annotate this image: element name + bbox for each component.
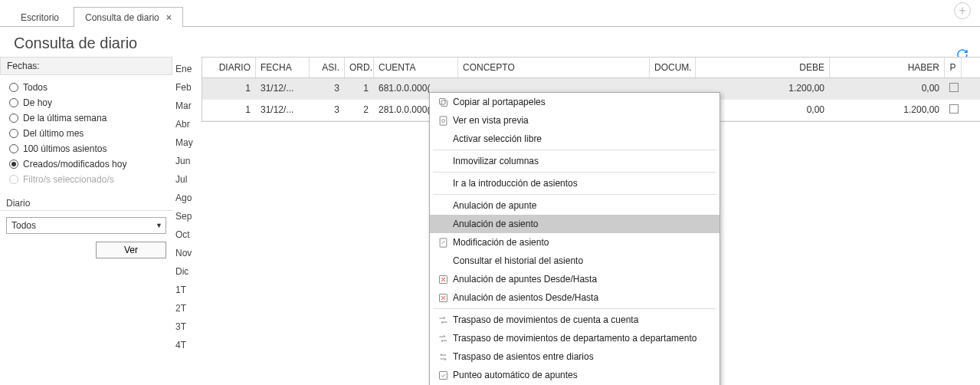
- diario-heading: Diario: [0, 195, 172, 211]
- menu-item-label: Traspaso de movimientos de cuenta a cuen…: [453, 314, 712, 325]
- month-filter[interactable]: Nov: [172, 244, 202, 262]
- svg-rect-1: [439, 98, 445, 104]
- context-menu-item[interactable]: Anulación de apunte: [430, 196, 719, 215]
- menu-separator: [433, 308, 716, 309]
- cell: 1: [345, 78, 374, 99]
- svg-point-3: [441, 119, 444, 122]
- fechas-heading: Fechas:: [0, 57, 172, 75]
- fechas-option[interactable]: Del último mes: [9, 126, 166, 141]
- menu-item-label: Consultar el historial del asiento: [453, 255, 712, 266]
- context-menu-item[interactable]: Anulación de asientos Desde/Hasta: [430, 288, 719, 307]
- month-filter[interactable]: Ago: [172, 189, 202, 207]
- cell: 3: [310, 100, 345, 120]
- month-filter[interactable]: Mar: [172, 97, 202, 115]
- col-debe[interactable]: DEBE: [696, 58, 830, 77]
- radio-label: Todos: [23, 82, 48, 93]
- context-menu-item[interactable]: Ir a la introducción de asientos: [430, 174, 719, 192]
- menu-item-label: Traspaso de movimientos de departamento …: [453, 333, 712, 344]
- copy-icon: [433, 97, 453, 108]
- cell-checkbox[interactable]: [945, 100, 962, 120]
- radio-label: 100 últimos asientos: [23, 143, 107, 154]
- menu-item-label: Copiar al portapapeles: [453, 97, 712, 107]
- checkbox-icon: [949, 83, 959, 92]
- cell: 2: [345, 100, 374, 120]
- month-filter[interactable]: Dic: [172, 262, 202, 281]
- month-filter[interactable]: Jun: [172, 152, 202, 170]
- check-icon: [433, 370, 453, 381]
- cell: 1: [202, 100, 256, 120]
- month-filter[interactable]: 1T: [172, 281, 202, 299]
- svg-rect-2: [440, 116, 447, 124]
- month-filter[interactable]: Abr: [172, 115, 202, 133]
- filter-panel: Fechas: TodosDe hoyDe la última semanaDe…: [0, 57, 172, 354]
- context-menu-item[interactable]: Modificación de asiento: [430, 233, 719, 252]
- menu-item-label: Traspaso de asientos entre diarios: [453, 351, 712, 362]
- context-menu-item[interactable]: Traspaso de movimientos de cuenta a cuen…: [430, 311, 719, 329]
- context-menu-item[interactable]: Anulación de asiento: [430, 215, 719, 233]
- menu-item-label: Anulación de asiento: [453, 219, 712, 229]
- month-filter[interactable]: May: [172, 133, 202, 152]
- close-icon[interactable]: ×: [166, 12, 172, 23]
- context-menu-item[interactable]: Copiar al portapapeles: [430, 93, 719, 111]
- fechas-option[interactable]: Todos: [9, 80, 166, 95]
- col-diario[interactable]: DIARIO: [202, 58, 256, 77]
- add-button[interactable]: +: [954, 2, 971, 19]
- month-filter[interactable]: Oct: [172, 225, 202, 244]
- month-filter[interactable]: Ene: [172, 60, 202, 78]
- fechas-option: Filtro/s seleccionado/s: [9, 172, 166, 187]
- cell-checkbox[interactable]: [945, 78, 962, 99]
- radio-label: Filtro/s seleccionado/s: [23, 174, 114, 185]
- tab-escritorio[interactable]: Escritorio: [9, 7, 70, 27]
- diario-combo[interactable]: Todos ▼: [6, 217, 166, 234]
- edit-icon: [433, 237, 453, 248]
- context-menu-item[interactable]: Inmovilizar columnas: [430, 152, 719, 170]
- context-menu-item[interactable]: Punteo automático de apuntes: [430, 366, 719, 384]
- menu-separator: [433, 194, 716, 195]
- month-filter[interactable]: 2T: [172, 299, 202, 318]
- col-asi[interactable]: ASI.: [310, 58, 345, 77]
- fechas-option[interactable]: 100 últimos asientos: [9, 141, 166, 156]
- menu-item-label: Anulación de asientos Desde/Hasta: [453, 292, 712, 303]
- diario-selected: Todos: [11, 220, 36, 231]
- ver-button[interactable]: Ver: [96, 242, 166, 258]
- fechas-option[interactable]: De hoy: [9, 95, 166, 110]
- col-ord[interactable]: ORD.: [345, 58, 374, 77]
- fechas-option[interactable]: Creados/modificados hoy: [9, 156, 166, 172]
- menu-item-label: Anulación de apunte: [453, 200, 712, 211]
- context-menu-item[interactable]: Traspaso de asientos entre diarios: [430, 347, 719, 366]
- col-cuenta[interactable]: CUENTA: [374, 58, 458, 77]
- context-menu-item[interactable]: Ver en vista previa: [430, 111, 719, 130]
- radio-icon: [9, 114, 18, 123]
- tab-consulta-diario[interactable]: Consulta de diario ×: [74, 7, 183, 27]
- menu-item-label: Anulación de apuntes Desde/Hasta: [453, 274, 712, 285]
- fechas-option[interactable]: De la última semana: [9, 110, 166, 126]
- context-menu-item[interactable]: Anulación de apuntes Desde/Hasta: [430, 270, 719, 288]
- fechas-radio-group: TodosDe hoyDe la última semanaDel último…: [0, 80, 172, 193]
- radio-label: Creados/modificados hoy: [23, 159, 126, 169]
- cell: 31/12/...: [256, 100, 310, 120]
- context-menu-item[interactable]: Traspaso de movimientos de departamento …: [430, 329, 719, 347]
- svg-rect-7: [439, 371, 447, 379]
- radio-icon: [9, 144, 18, 153]
- col-p[interactable]: P: [945, 58, 962, 77]
- menu-item-label: Ver en vista previa: [453, 115, 712, 126]
- month-filter[interactable]: Sep: [172, 207, 202, 225]
- menu-separator: [433, 150, 716, 150]
- tab-label: Escritorio: [21, 12, 59, 23]
- radio-label: De la última semana: [23, 113, 107, 123]
- tab-label: Consulta de diario: [85, 12, 159, 23]
- menu-item-label: Punteo automático de apuntes: [453, 370, 712, 380]
- month-filter[interactable]: 4T: [172, 336, 202, 354]
- month-filter[interactable]: Jul: [172, 170, 202, 189]
- radio-icon: [9, 175, 18, 184]
- col-fecha[interactable]: FECHA: [256, 58, 310, 77]
- context-menu-item[interactable]: Consultar el historial del asiento: [430, 252, 719, 270]
- cell: 1.200,00: [830, 100, 945, 120]
- month-filter[interactable]: Feb: [172, 78, 202, 97]
- col-haber[interactable]: HABER: [830, 58, 945, 77]
- col-docum[interactable]: DOCUM.: [650, 58, 696, 77]
- col-concepto[interactable]: CONCEPTO: [458, 58, 650, 77]
- month-filter[interactable]: 3T: [172, 318, 202, 336]
- chevron-down-icon: ▼: [156, 222, 162, 229]
- context-menu-item[interactable]: Activar selección libre: [430, 130, 719, 148]
